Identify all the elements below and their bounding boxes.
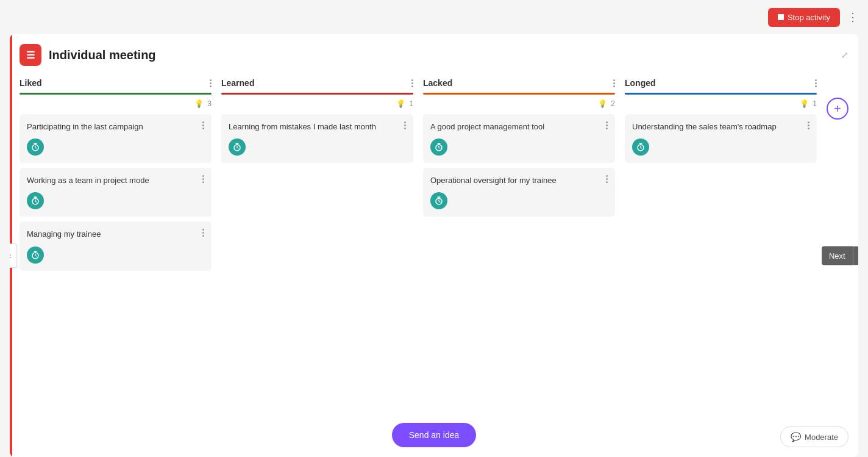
moderate-button[interactable]: 💬 Moderate bbox=[780, 426, 848, 447]
card-header-learned-1: Learning from mistakes I made last month bbox=[229, 121, 406, 132]
card-title-lacked-1: A good project management tool bbox=[430, 121, 606, 132]
card-more-liked-2[interactable] bbox=[202, 175, 204, 183]
card-timer-lacked-1[interactable] bbox=[430, 139, 447, 156]
columns-container: Liked💡3Participating in the last campaig… bbox=[20, 78, 817, 433]
card-lacked-2: Operational oversight for my trainee bbox=[423, 168, 615, 217]
column-meta-lacked: 💡2 bbox=[423, 99, 615, 108]
card-learned-1: Learning from mistakes I made last month bbox=[221, 114, 413, 163]
card-more-liked-3[interactable] bbox=[202, 229, 204, 237]
card-longed-1: Understanding the sales team's roadmap bbox=[625, 114, 817, 163]
column-more-liked[interactable] bbox=[210, 79, 212, 87]
bulb-icon-liked: 💡 bbox=[194, 99, 204, 108]
top-bar: Stop activity ⋮ bbox=[0, 0, 868, 34]
card-header-longed-1: Understanding the sales team's roadmap bbox=[632, 121, 809, 132]
page-title: Individual meeting bbox=[49, 48, 156, 62]
card-title-liked-3: Managing my trainee bbox=[27, 229, 202, 240]
card-timer-learned-1[interactable] bbox=[229, 139, 246, 156]
card-more-lacked-1[interactable] bbox=[606, 121, 608, 129]
column-count-liked: 3 bbox=[207, 99, 212, 108]
card-timer-liked-3[interactable] bbox=[27, 246, 44, 264]
board-area: ‹ Liked💡3Participating in the last campa… bbox=[20, 78, 848, 433]
stop-icon bbox=[778, 14, 784, 20]
column-count-learned: 1 bbox=[409, 99, 413, 108]
nav-prev-button[interactable]: ‹ bbox=[10, 243, 17, 268]
column-bar-learned bbox=[221, 93, 413, 95]
column-header-liked: Liked bbox=[20, 78, 212, 90]
bulb-icon-learned: 💡 bbox=[396, 99, 405, 108]
card-more-longed-1[interactable] bbox=[808, 121, 809, 129]
card-liked-2: Working as a team in project mode bbox=[20, 168, 212, 217]
column-liked: Liked💡3Participating in the last campaig… bbox=[20, 78, 212, 433]
nav-next-arrow-button[interactable]: › bbox=[853, 246, 858, 265]
card-header-liked-2: Working as a team in project mode bbox=[27, 175, 204, 186]
column-title-longed: Longed bbox=[625, 78, 656, 88]
app-icon: ☰ bbox=[20, 44, 41, 66]
send-idea-button[interactable]: Send an idea bbox=[392, 423, 477, 447]
column-header-longed: Longed bbox=[625, 78, 817, 90]
column-bar-longed bbox=[625, 93, 817, 95]
card-title-lacked-2: Operational oversight for my trainee bbox=[430, 175, 606, 186]
card-title-longed-1: Understanding the sales team's roadmap bbox=[632, 121, 808, 132]
column-title-liked: Liked bbox=[20, 78, 42, 88]
nav-next-area: Next › bbox=[822, 246, 858, 265]
column-more-learned[interactable] bbox=[411, 79, 413, 87]
card-lacked-1: A good project management tool bbox=[423, 114, 615, 163]
add-column-button[interactable]: + bbox=[827, 98, 848, 120]
card-more-liked-1[interactable] bbox=[202, 121, 204, 129]
card-timer-liked-2[interactable] bbox=[27, 192, 44, 209]
app-icon-symbol: ☰ bbox=[26, 49, 35, 61]
card-timer-liked-1[interactable] bbox=[27, 139, 44, 156]
column-more-lacked[interactable] bbox=[613, 79, 615, 87]
column-header-learned: Learned bbox=[221, 78, 413, 90]
card-title-learned-1: Learning from mistakes I made last month bbox=[229, 121, 404, 132]
page-header: ☰ Individual meeting ⤢ bbox=[20, 44, 848, 66]
prev-arrow-icon: ‹ bbox=[10, 251, 11, 261]
card-title-liked-2: Working as a team in project mode bbox=[27, 175, 202, 186]
card-header-liked-3: Managing my trainee bbox=[27, 229, 204, 240]
column-longed: Longed💡1Understanding the sales team's r… bbox=[625, 78, 817, 433]
card-more-learned-1[interactable] bbox=[404, 121, 406, 129]
bottom-bar: Send an idea 💬 Moderate bbox=[10, 423, 858, 447]
stop-activity-label: Stop activity bbox=[788, 13, 830, 22]
column-header-lacked: Lacked bbox=[423, 78, 615, 90]
header-left: ☰ Individual meeting bbox=[20, 44, 156, 66]
column-title-learned: Learned bbox=[221, 78, 254, 88]
column-title-lacked: Lacked bbox=[423, 78, 452, 88]
card-header-liked-1: Participating in the last campaign bbox=[27, 121, 204, 132]
column-lacked: Lacked💡2A good project management toolOp… bbox=[423, 78, 615, 433]
nav-next-button[interactable]: Next bbox=[822, 246, 853, 265]
stop-activity-button[interactable]: Stop activity bbox=[768, 8, 840, 27]
column-count-longed: 1 bbox=[813, 99, 817, 108]
main-container: ☰ Individual meeting ⤢ ‹ Liked💡3Particip… bbox=[10, 34, 858, 457]
column-count-lacked: 2 bbox=[611, 99, 615, 108]
card-header-lacked-2: Operational oversight for my trainee bbox=[430, 175, 608, 186]
column-meta-liked: 💡3 bbox=[20, 99, 212, 108]
column-bar-liked bbox=[20, 93, 212, 95]
card-title-liked-1: Participating in the last campaign bbox=[27, 121, 202, 132]
card-header-lacked-1: A good project management tool bbox=[430, 121, 608, 132]
card-liked-1: Participating in the last campaign bbox=[20, 114, 212, 163]
card-liked-3: Managing my trainee bbox=[20, 221, 212, 270]
card-timer-longed-1[interactable] bbox=[632, 139, 649, 156]
column-meta-learned: 💡1 bbox=[221, 99, 413, 108]
bulb-icon-lacked: 💡 bbox=[598, 99, 607, 108]
column-learned: Learned💡1Learning from mistakes I made l… bbox=[221, 78, 413, 433]
topbar-more-icon[interactable]: ⋮ bbox=[847, 10, 858, 24]
moderate-icon: 💬 bbox=[791, 432, 801, 442]
column-meta-longed: 💡1 bbox=[625, 99, 817, 108]
expand-icon[interactable]: ⤢ bbox=[841, 50, 848, 60]
column-more-longed[interactable] bbox=[815, 79, 817, 87]
card-more-lacked-2[interactable] bbox=[606, 175, 608, 183]
column-bar-lacked bbox=[423, 93, 615, 95]
moderate-label: Moderate bbox=[805, 433, 838, 442]
bulb-icon-longed: 💡 bbox=[800, 99, 809, 108]
card-timer-lacked-2[interactable] bbox=[430, 192, 447, 209]
